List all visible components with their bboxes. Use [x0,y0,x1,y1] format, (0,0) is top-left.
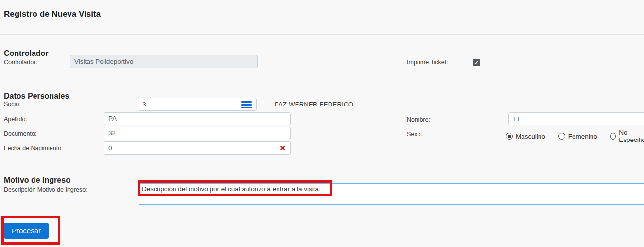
imprime-ticket-label: Imprime Ticket: [407,59,448,66]
apellido-value: PA [108,115,117,124]
radio-femenino-label: Femenino [568,133,597,140]
socio-label: Socio: [4,101,21,107]
page-title: Registro de Nueva Visita [4,9,101,19]
radio-unselected-icon [610,133,616,140]
radio-no-especifica[interactable]: No Especifica [610,129,644,143]
apellido-label: Apellido: [4,116,27,123]
controlador-label: Controlador: [4,59,37,66]
divider [0,162,644,162]
section-title-datos-personales: Datos Personales [4,92,69,101]
controlador-value: Visitas Polideportivo [74,58,133,65]
descripcion-motivo-label: Descripción Motivo de Ingreso: [4,186,87,193]
nombre-label: Nombre: [407,116,430,123]
section-title-controlador: Controlador [4,49,49,58]
fecha-nacimiento-label: Fecha de Nacimiento: [4,145,63,152]
divider [0,77,644,77]
controlador-input: Visitas Polideportivo [70,55,258,68]
fecha-nacimiento-input[interactable]: 0 ✕ [104,141,291,155]
documento-input[interactable]: 32 [104,127,291,140]
radio-masculino-label: Masculino [516,133,545,140]
hamburger-menu-icon[interactable] [241,101,252,108]
radio-masculino[interactable]: Masculino [506,133,545,140]
sexo-label: Sexo: [407,131,422,138]
check-icon: ✓ [474,60,479,66]
descripcion-motivo-value: Descripción del motivo por el cual autor… [142,185,321,193]
imprime-ticket-checkbox[interactable]: ✓ [473,59,480,66]
section-title-motivo-ingreso: Motivo de Ingreso [4,176,70,185]
nombre-input[interactable]: FE [508,112,644,125]
socio-value: 3 [142,101,146,108]
radio-unselected-icon [558,133,565,140]
fecha-nacimiento-value: 0 [108,144,112,152]
radio-femenino[interactable]: Femenino [558,133,597,140]
documento-label: Documento: [4,130,36,137]
procesar-button[interactable]: Procesar [4,223,49,239]
radio-selected-icon [506,133,513,140]
nombre-value: FE [513,115,522,123]
divider [0,34,644,35]
socio-input[interactable]: 3 [138,98,257,111]
radio-no-especifica-label: No Especifica [619,129,644,143]
apellido-input[interactable]: PA [104,112,291,125]
descripcion-motivo-textarea[interactable]: Descripción del motivo por el cual autor… [139,183,644,205]
socio-full-name: PAZ WERNER FEDERICO [275,101,353,108]
sexo-radio-group: Masculino Femenino No Especifica [506,129,644,143]
documento-value: 32 [108,129,115,138]
clear-x-icon[interactable]: ✕ [279,144,286,153]
